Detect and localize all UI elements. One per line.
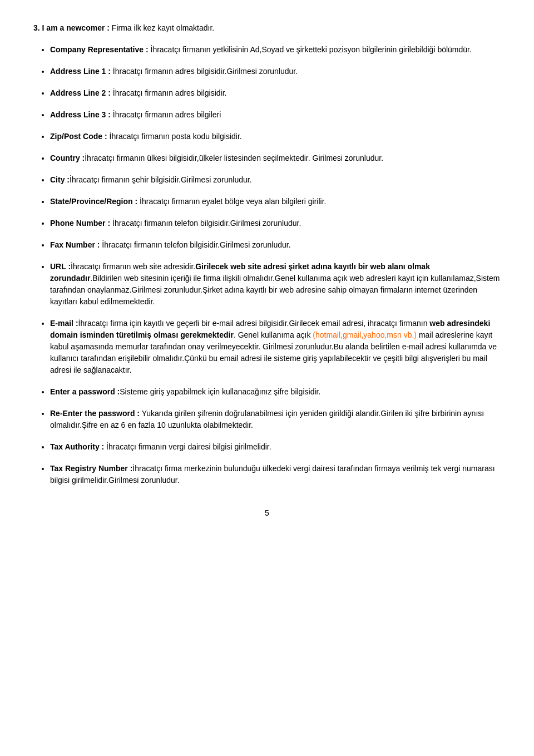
phone-text: İhracatçı firmanın telefon bilgisidir.Gi… — [110, 219, 301, 228]
list-item: URL :İhracatçı firmanın web site adresid… — [50, 261, 501, 308]
url-text-2: .Bildirilen web sitesinin içeriği ile fi… — [50, 274, 500, 306]
email-text-2: . Genel kullanıma açık — [234, 330, 313, 339]
list-item: Enter a password :Sisteme giriş yapabilm… — [50, 386, 501, 398]
url-label: URL : — [50, 262, 71, 271]
phone-label: Phone Number : — [50, 219, 110, 228]
repassword-label: Re-Enter the password : — [50, 409, 140, 418]
list-item: Re-Enter the password : Yukarıda girilen… — [50, 408, 501, 431]
list-item: Zip/Post Code : İhracatçı firmanın posta… — [50, 131, 501, 142]
email-text-1: İhracatçı firma için kayıtlı ve geçerli … — [78, 319, 430, 328]
zip-label: Zip/Post Code : — [50, 132, 107, 141]
country-text: İhracatçı firmanın ülkesi bilgisidir,ülk… — [85, 154, 383, 162]
address3-label: Address Line 3 : — [50, 110, 111, 119]
tax-authority-label: Tax Authority : — [50, 442, 104, 451]
company-rep-text: İhracatçı firmanın yetkilisinin Ad,Soyad… — [149, 45, 472, 54]
list-item: E-mail :İhracatçı firma için kayıtlı ve … — [50, 318, 501, 376]
list-item: Address Line 3 : İhracatçı firmanın adre… — [50, 109, 501, 121]
password-label: Enter a password : — [50, 387, 120, 396]
company-rep-label: Company Representative : — [50, 45, 149, 54]
tax-registry-label: Tax Registry Number : — [50, 464, 132, 473]
info-list: Company Representative : İhracatçı firma… — [33, 44, 501, 486]
country-label: Country : — [50, 154, 85, 162]
address1-text: İhracatçı firmanın adres bilgisidir.Giri… — [111, 67, 298, 76]
list-item: Tax Authority : İhracatçı firmanın vergi… — [50, 441, 501, 453]
list-item: City :İhracatçı firmanın şehir bilgisidi… — [50, 174, 501, 186]
address2-text: İhracatçı firmanın adres bilgisidir. — [111, 88, 227, 97]
list-item: Country :İhracatçı firmanın ülkesi bilgi… — [50, 152, 501, 164]
list-item: Address Line 1 : İhracatçı firmanın adre… — [50, 66, 501, 77]
newcomer-item: 3. I am a newcomer : Firma ilk kez kayıt… — [33, 22, 501, 34]
zip-text: İhracatçı firmanın posta kodu bilgisidir… — [107, 132, 242, 141]
address2-label: Address Line 2 : — [50, 88, 111, 97]
list-item: Tax Registry Number :İhracatçı firma mer… — [50, 463, 501, 486]
address1-label: Address Line 1 : — [50, 67, 111, 76]
page-number: 5 — [33, 508, 501, 517]
address3-text: İhracatçı firmanın adres bilgileri — [111, 110, 221, 119]
page-content: 3. I am a newcomer : Firma ilk kez kayıt… — [33, 22, 501, 517]
tax-authority-text: İhracatçı firmanın vergi dairesi bilgisi… — [104, 442, 271, 451]
newcomer-label: 3. I am a newcomer : — [33, 23, 110, 32]
city-label: City : — [50, 175, 70, 184]
city-text: İhracatçı firmanın şehir bilgisidir.Giri… — [70, 175, 252, 184]
fax-label: Fax Number : — [50, 240, 100, 249]
list-item: Company Representative : İhracatçı firma… — [50, 44, 501, 56]
list-item: Address Line 2 : İhracatçı firmanın adre… — [50, 87, 501, 99]
password-text: Sisteme giriş yapabilmek için kullanacağ… — [120, 387, 320, 396]
email-text-orange: (hotmail,gmail,yahoo,msn vb.) — [313, 330, 417, 339]
list-item: State/Province/Region : İhracatçı firman… — [50, 196, 501, 207]
fax-text: İhracatçı firmanın telefon bilgisidir.Gi… — [100, 240, 290, 249]
email-label: E-mail : — [50, 319, 78, 328]
newcomer-text: Firma ilk kez kayıt olmaktadır. — [110, 23, 214, 32]
list-item: Phone Number : İhracatçı firmanın telefo… — [50, 218, 501, 229]
list-item: Fax Number : İhracatçı firmanın telefon … — [50, 239, 501, 251]
url-text-1: İhracatçı firmanın web site adresidir. — [71, 262, 195, 271]
state-text: İhracatçı firmanın eyalet bölge veya ala… — [137, 197, 326, 206]
state-label: State/Province/Region : — [50, 197, 137, 206]
